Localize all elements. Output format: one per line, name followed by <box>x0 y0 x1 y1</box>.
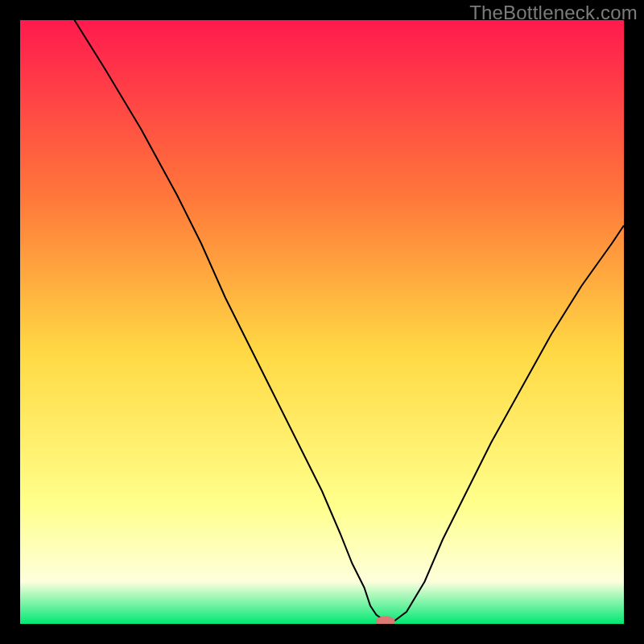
gradient-background <box>20 20 624 624</box>
chart-frame: TheBottleneck.com <box>0 0 644 644</box>
bottleneck-chart <box>20 20 624 624</box>
watermark-text: TheBottleneck.com <box>469 2 638 24</box>
